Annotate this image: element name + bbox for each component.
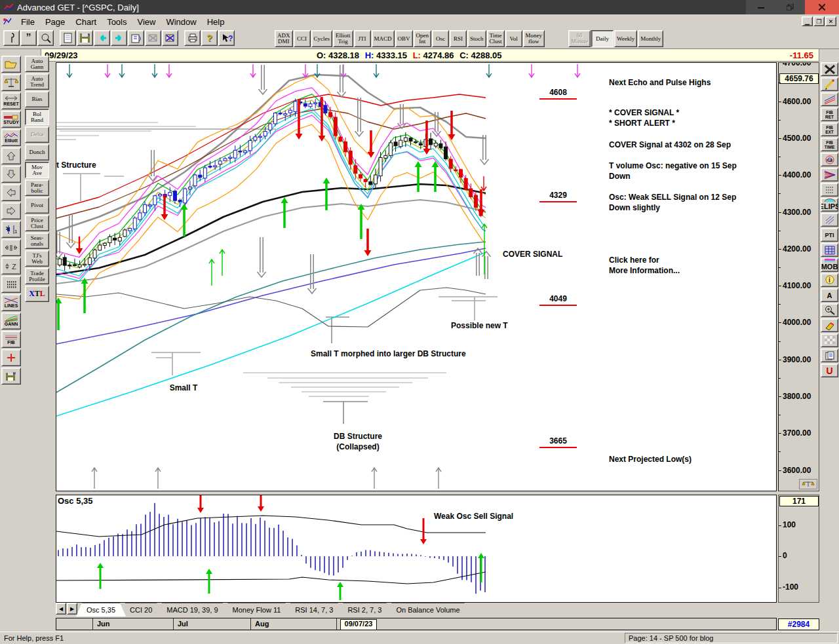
- tool-bolband[interactable]: BolBand: [25, 109, 49, 125]
- save-group-icon[interactable]: [1, 368, 21, 385]
- pin-icon[interactable]: [3, 30, 20, 46]
- tool-tjsweb[interactable]: TJ'sWeb: [25, 250, 49, 267]
- close-button[interactable]: [805, 0, 839, 14]
- magnet-icon[interactable]: U: [821, 364, 838, 377]
- timeframe-daily[interactable]: Daily: [591, 30, 614, 47]
- tab-macd-19-39-9[interactable]: MACD 19, 39, 9: [156, 603, 228, 616]
- study-money-flow[interactable]: Moneyflow: [523, 30, 545, 47]
- study-rsi[interactable]: RSI: [450, 30, 467, 47]
- grid-icon[interactable]: [1, 276, 21, 293]
- open-chart-icon[interactable]: [1, 56, 21, 73]
- minimize-button[interactable]: [746, 0, 775, 14]
- restore-button[interactable]: [775, 0, 805, 14]
- menu-view[interactable]: View: [132, 16, 161, 28]
- timeframe-monthly[interactable]: Monthly: [638, 30, 663, 47]
- menu-file[interactable]: File: [16, 16, 40, 28]
- tab-scroll-right[interactable]: ▶: [67, 603, 77, 615]
- mob-icon[interactable]: MOB: [821, 258, 838, 272]
- time-axis[interactable]: JunJulAug09/07/23: [56, 618, 777, 630]
- pti-icon[interactable]: PTI: [821, 228, 838, 242]
- pattern-icon[interactable]: [821, 333, 838, 347]
- tool-seasonals[interactable]: Seas-onals: [25, 233, 49, 249]
- compress-icon[interactable]: Z: [1, 257, 21, 275]
- study-cci[interactable]: CCI: [294, 30, 311, 47]
- menu-help[interactable]: Help: [202, 16, 230, 28]
- study-stoch[interactable]: Stoch: [467, 30, 486, 47]
- study-macd[interactable]: MACD: [372, 30, 395, 47]
- lines-icon[interactable]: LINES: [1, 294, 21, 311]
- price-scale[interactable]: 4700.004659.764600.004500.004400.004300.…: [778, 62, 819, 491]
- timeframe-weekly[interactable]: Weekly: [614, 30, 637, 47]
- tool-autogann[interactable]: AutoGann: [25, 56, 49, 72]
- fib-retracement-icon[interactable]: FIBRET: [821, 107, 838, 121]
- tool-autotrend[interactable]: AutoTrend: [25, 73, 49, 90]
- pencil-icon[interactable]: [821, 77, 838, 91]
- scroll-right-icon[interactable]: [1, 202, 21, 219]
- symbol-list-icon[interactable]: [1, 74, 21, 91]
- menu-page[interactable]: Page: [40, 16, 70, 28]
- forward-icon[interactable]: [111, 30, 127, 46]
- trendlines-icon[interactable]: [821, 92, 838, 106]
- delete-drawing-icon[interactable]: [821, 62, 838, 76]
- parallel-lines-icon[interactable]: [821, 213, 838, 227]
- fib-circle-icon[interactable]: FIB: [821, 153, 838, 166]
- tool-pivot[interactable]: Pivot: [25, 197, 49, 214]
- context-help-icon[interactable]: ?: [218, 30, 235, 46]
- tab-on-balance-volume[interactable]: On Balance Volume: [385, 603, 470, 616]
- notes-icon[interactable]: [821, 349, 838, 362]
- tool-delta[interactable]: Delta: [25, 126, 49, 143]
- scale-tool-icon[interactable]: [799, 479, 817, 489]
- tool-priceclust[interactable]: PriceClust: [25, 215, 49, 231]
- study-elliott-trig[interactable]: ElliottTrig: [333, 30, 353, 47]
- tab-cci-20[interactable]: CCI 20: [119, 603, 163, 616]
- new-page-icon[interactable]: [60, 30, 76, 46]
- fib-icon[interactable]: FIB: [1, 331, 21, 348]
- crosshair-icon[interactable]: [1, 349, 21, 366]
- fib-extension-icon[interactable]: FIBEXT: [821, 123, 838, 136]
- quotes-icon[interactable]: ”: [20, 30, 37, 46]
- search-icon[interactable]: [37, 30, 54, 46]
- study-vol[interactable]: Vol: [505, 30, 522, 47]
- mdi-minimize-button[interactable]: ▁: [802, 16, 813, 26]
- page-arrows-icon[interactable]: [1, 239, 21, 256]
- help-icon[interactable]: ?: [201, 30, 218, 46]
- study-adx-dmi[interactable]: ADXDMI: [275, 30, 293, 47]
- tool-donch[interactable]: Donch: [25, 144, 49, 161]
- tab-money-flow-11[interactable]: Money Flow 11: [222, 603, 292, 616]
- mdi-restore-button[interactable]: ❐: [813, 16, 825, 26]
- info-icon[interactable]: i: [821, 273, 838, 287]
- tab-scroll-left[interactable]: ◀: [56, 603, 66, 615]
- back-icon[interactable]: [94, 30, 110, 46]
- scroll-left-icon[interactable]: [1, 184, 21, 201]
- eraser-icon[interactable]: [821, 318, 838, 332]
- scroll-up-icon[interactable]: [1, 147, 21, 164]
- fib-time-icon[interactable]: FIBTIME: [821, 138, 838, 151]
- matrix-icon[interactable]: [821, 243, 838, 257]
- mdi-close-button[interactable]: ✕: [825, 16, 836, 26]
- gann-icon[interactable]: GANN: [1, 313, 21, 330]
- menu-chart[interactable]: Chart: [70, 16, 102, 28]
- zoom-in-icon[interactable]: [821, 303, 838, 317]
- tab-rsi-14-7-3[interactable]: RSI 14, 7, 3: [284, 603, 343, 616]
- tool-bias[interactable]: Bias: [25, 91, 49, 107]
- tile-window-icon[interactable]: [162, 30, 178, 46]
- tool-parabolic[interactable]: Para-bolic: [25, 180, 49, 196]
- tool-xtl[interactable]: XTL: [25, 286, 49, 302]
- tab-rsi-2-7-3[interactable]: RSI 2, 7, 3: [337, 603, 392, 616]
- tab-osc-5-35[interactable]: Osc 5,35: [76, 603, 126, 616]
- study-osc[interactable]: Osc: [432, 30, 449, 47]
- study-time-clust[interactable]: TimeClust: [487, 30, 505, 47]
- save-icon[interactable]: [77, 30, 93, 46]
- study-jti[interactable]: JTI: [354, 30, 371, 47]
- reset-icon[interactable]: RESET: [1, 92, 21, 109]
- grid-icon[interactable]: [821, 183, 838, 197]
- ellipse-icon[interactable]: ELIPS: [821, 198, 838, 212]
- study-cycles[interactable]: Cycles: [311, 30, 333, 47]
- tool-tradeprofile[interactable]: TradeProfile: [25, 268, 49, 284]
- tool-movave[interactable]: MovAve: [25, 162, 49, 178]
- menu-window[interactable]: Window: [161, 16, 201, 28]
- study-icon[interactable]: STUDY: [1, 111, 21, 128]
- timeframe-60-minute[interactable]: 60Minute: [568, 30, 591, 47]
- book-icon[interactable]: [128, 30, 144, 46]
- oscillator-panel[interactable]: Osc 5,35 Weak Osc Sell Signal: [56, 495, 777, 603]
